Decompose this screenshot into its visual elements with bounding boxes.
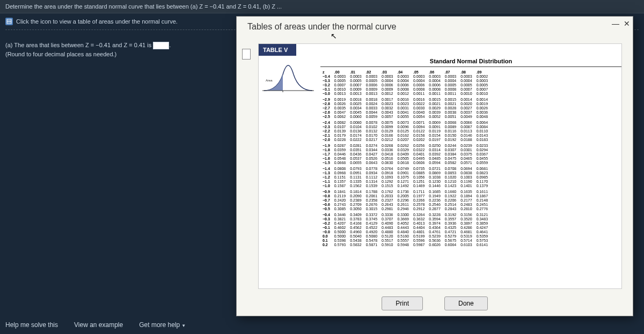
col-header: .00 [332, 70, 348, 74]
table-row: −3.40.00030.00030.00030.00030.00030.0003… [320, 74, 490, 78]
table-row: −1.70.04460.04360.04270.04180.04090.0401… [320, 152, 490, 156]
table-row: −2.60.00470.00450.00440.00430.00410.0040… [320, 110, 490, 114]
table-row: −0.40.34460.34090.33720.33360.33000.3264… [320, 212, 490, 217]
table-row: −1.60.05480.05370.05260.05160.05050.0495… [320, 156, 490, 160]
table-link-icon[interactable] [5, 18, 13, 25]
table-row: −3.10.00100.00090.00090.00090.00080.0008… [320, 87, 490, 91]
col-header: .01 [348, 70, 363, 74]
table-row: −1.00.15870.15620.15390.15150.14920.1469… [320, 183, 490, 188]
table-row: −2.20.01390.01360.01320.01290.01250.0122… [320, 129, 490, 133]
chevron-down-icon: ▼ [181, 323, 186, 328]
normal-distribution-table: z.00.01.02.03.04.05.06.07.08.09−3.40.000… [320, 70, 490, 247]
table-row: −1.30.09680.09510.09340.09180.09010.0885… [320, 170, 490, 175]
close-icon[interactable]: ✕ [624, 19, 630, 28]
normal-curve-diagram: z Area [259, 56, 318, 101]
table-row: −2.30.01070.01040.01020.00990.00960.0094… [320, 124, 490, 129]
table-row: −3.00.00130.00130.00130.00120.00120.0011… [320, 91, 490, 95]
col-header: .09 [474, 70, 490, 74]
table-row: −0.10.46020.45620.45220.44830.44430.4404… [320, 225, 490, 229]
table-row: 0.00.50000.50400.50800.51200.51600.51990… [320, 234, 490, 238]
table-subtitle: Standard Normal Distribution [320, 56, 621, 67]
view-example-link[interactable]: View an example [74, 321, 123, 329]
help-solve-link[interactable]: Help me solve this [5, 321, 58, 329]
table-row: −2.70.00350.00340.00330.00320.00310.0030… [320, 106, 490, 110]
col-header: .04 [396, 70, 411, 74]
table-row: −0.90.18410.18140.17880.17620.17360.1711… [320, 189, 490, 194]
table-row: −3.20.00070.00070.00060.00060.00060.0006… [320, 83, 490, 87]
table-row: −0.50.30850.30500.30150.29810.29460.2912… [320, 206, 490, 211]
table-row: −2.80.00260.00250.00240.00230.00230.0022… [320, 101, 490, 106]
part-a-text: (a) The area that lies between Z = −0.41… [5, 42, 151, 48]
print-button[interactable]: Print [382, 296, 423, 310]
table-row: −0.00.50000.49600.49200.48800.48400.4801… [320, 229, 490, 234]
instruction-text: Click the icon to view a table of areas … [16, 18, 178, 25]
done-button[interactable]: Done [444, 296, 488, 310]
table-row: −1.80.03590.03510.03440.03360.03290.0322… [320, 147, 490, 152]
table-row: −1.20.11510.11310.11120.10930.10750.1056… [320, 175, 490, 179]
svg-text:Area: Area [266, 79, 273, 82]
minimize-icon[interactable]: — [612, 19, 619, 28]
col-header: .07 [443, 70, 458, 74]
table-row: −0.30.38210.37830.37450.37070.36690.3632… [320, 217, 490, 221]
table-row: 0.20.57930.58320.58710.59100.59480.59870… [320, 242, 490, 247]
get-more-help-link[interactable]: Get more help▼ [139, 321, 186, 329]
page-icon[interactable] [242, 49, 251, 60]
col-header: .03 [379, 70, 395, 74]
normal-table-popup: Tables of areas under the normal curve ↖… [236, 16, 633, 316]
table-row: −0.70.24200.23890.23580.23270.22960.2266… [320, 198, 490, 202]
col-header: .02 [364, 70, 379, 74]
answer-input[interactable] [153, 42, 169, 49]
table-row: −1.40.08080.07930.07780.07640.07490.0735… [320, 166, 490, 170]
table-row: −2.50.00620.00600.00590.00570.00550.0054… [320, 114, 490, 118]
col-header: .05 [411, 70, 427, 74]
table-row: −2.10.01790.01740.01700.01660.01620.0158… [320, 133, 490, 137]
help-bar: Help me solve this View an example Get m… [5, 321, 186, 329]
table-row: −2.90.00190.00180.00180.00170.00160.0016… [320, 97, 490, 101]
table-row: −0.20.42070.41680.41290.40900.40520.4013… [320, 221, 490, 225]
col-header: .06 [427, 70, 442, 74]
svg-rect-0 [7, 19, 11, 24]
col-header: .08 [458, 70, 474, 74]
table-row: −0.80.21190.20900.20610.20330.20050.1977… [320, 194, 490, 198]
table-row: −2.00.02280.02220.02170.02120.02070.0202… [320, 137, 490, 142]
table-container: TABLE V z Area Standard Normal Distribut… [258, 43, 622, 289]
table-row: −1.90.02870.02810.02740.02680.02620.0256… [320, 143, 490, 147]
question-text: Determine the area under the standard no… [0, 0, 644, 13]
table-row: −1.50.06680.06550.06430.06300.06180.0606… [320, 160, 490, 165]
table-label: TABLE V [259, 44, 296, 56]
col-header: z [320, 70, 332, 74]
table-row: −2.40.00820.00800.00780.00750.00730.0071… [320, 120, 490, 124]
table-row: −0.60.27430.27090.26760.26430.26110.2578… [320, 202, 490, 206]
table-row: −3.30.00050.00050.00050.00040.00040.0004… [320, 78, 490, 83]
popup-title: Tables of areas under the normal curve [237, 17, 633, 32]
cursor-icon: ↖ [331, 32, 337, 40]
table-row: 0.10.53980.54380.54780.55170.55570.55960… [320, 238, 490, 242]
part-a-hint: (Round to four decimal places as needed.… [5, 51, 116, 57]
table-row: −1.10.13570.13350.13140.12920.12710.1251… [320, 179, 490, 183]
